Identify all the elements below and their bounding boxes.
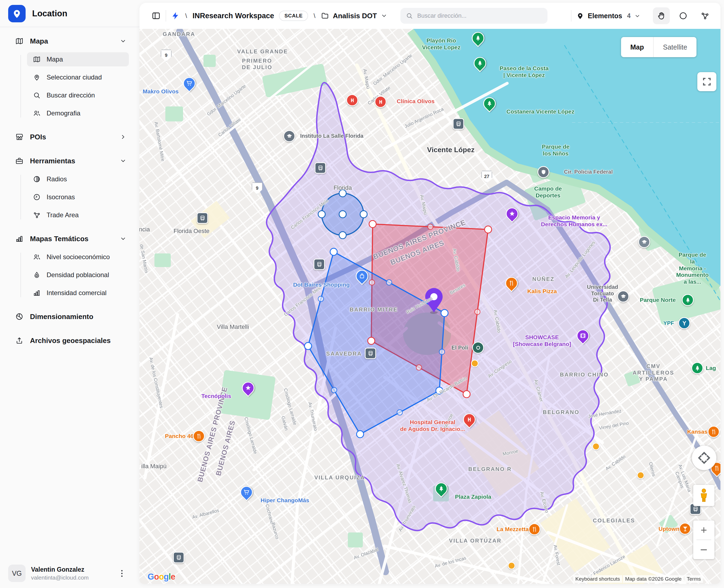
- poi-espacio-memoria[interactable]: [506, 207, 518, 223]
- poi-station-5[interactable]: [453, 118, 464, 130]
- sidebar-section-mapas-tematicos[interactable]: Mapas Temáticos: [15, 231, 139, 246]
- poi-instituto-la-salle[interactable]: [283, 130, 295, 142]
- address-search[interactable]: [400, 8, 547, 24]
- location-logo-icon: [8, 5, 26, 22]
- keyboard-shortcuts-link[interactable]: Keyboard shortcuts: [573, 575, 622, 583]
- poi-makro-olivos[interactable]: [183, 77, 196, 92]
- poi-clinica-1[interactable]: [346, 94, 358, 106]
- route-shield-9-1: 9: [252, 182, 263, 194]
- poi-hiper-changomas[interactable]: [240, 486, 253, 501]
- poi-kalis-pizza[interactable]: [505, 277, 518, 292]
- map-type-toggle[interactable]: Map Satellite: [621, 37, 697, 57]
- upload-icon: [15, 336, 23, 344]
- zoom-in-button[interactable]: +: [693, 521, 715, 540]
- sidebar-item-nivel-socioeconomico[interactable]: Nivel socioeconómico: [27, 250, 129, 264]
- workspace-name[interactable]: INResearch Workspace: [193, 12, 274, 20]
- fullscreen-button[interactable]: [697, 72, 716, 91]
- search-icon: [406, 12, 413, 19]
- poi-kansas[interactable]: [708, 426, 720, 438]
- poi-uptown[interactable]: [679, 523, 691, 534]
- map-canvas[interactable]: GANDARAVALLE GRANDEPRIMERO DE JULIOVicen…: [139, 29, 721, 584]
- toolbox-icon: [15, 157, 23, 165]
- terms-link[interactable]: Terms: [684, 575, 703, 583]
- map-icon: [33, 56, 41, 63]
- poi-policia-federal[interactable]: [538, 166, 549, 178]
- workspace-bolt-icon: [171, 12, 180, 20]
- drop-icon: [33, 271, 41, 279]
- polygon-tool-button[interactable]: [697, 7, 713, 24]
- poi-la-mezzetta[interactable]: [528, 523, 540, 535]
- poi-lago[interactable]: [691, 362, 703, 374]
- poi-playon-rio[interactable]: [472, 32, 484, 47]
- poi-clinica-2[interactable]: [375, 96, 386, 108]
- map-data-text: Map data ©2026 Google: [623, 575, 684, 583]
- topbar-divider-1: [166, 10, 166, 21]
- sidebar-toggle-icon[interactable]: [152, 11, 161, 20]
- user-name: Valentin Gonzalez: [31, 566, 89, 573]
- sidebar-item-trade-area[interactable]: Trade Area: [27, 208, 129, 222]
- poi-subte-2[interactable]: [592, 443, 600, 450]
- sidebar-item-densidad-poblacional[interactable]: Densidad poblacional: [27, 268, 129, 282]
- route-shield-9-0: 9: [161, 49, 172, 62]
- sidebar-section-dimensionamiento[interactable]: Dimensionamiento: [15, 309, 139, 324]
- search-input[interactable]: [417, 12, 542, 20]
- user-menu-icon[interactable]: [119, 568, 125, 579]
- sidebar-item-mapa[interactable]: Mapa: [27, 52, 129, 66]
- poi-subte-3[interactable]: [637, 471, 644, 479]
- elements-dropdown[interactable]: Elementos 4: [576, 12, 640, 20]
- search-icon: [33, 91, 41, 99]
- pan-tool-button[interactable]: [653, 7, 670, 24]
- poi-tecnopolis[interactable]: [242, 382, 255, 397]
- poi-subte-1[interactable]: [471, 360, 479, 367]
- sidebar-item-seleccionar-ciudad[interactable]: Seleccionar ciudad: [27, 70, 129, 84]
- poi-station-4[interactable]: [365, 348, 376, 359]
- sidebar-section-pois[interactable]: POIs: [15, 130, 139, 144]
- sidebar-section-mapa[interactable]: Mapa: [15, 34, 139, 48]
- poi-paseo-costa[interactable]: [474, 57, 486, 72]
- map-type-map[interactable]: Map: [621, 37, 653, 57]
- poi-costanera[interactable]: [483, 97, 496, 112]
- pie-icon: [15, 313, 23, 321]
- poi-ypf[interactable]: [678, 317, 690, 329]
- chevron-down-icon: [120, 158, 126, 164]
- avatar: VG: [8, 565, 26, 582]
- project-selector[interactable]: Analisis DOT: [321, 12, 387, 20]
- circle-tool-button[interactable]: [675, 7, 691, 24]
- poi-station-6[interactable]: [173, 552, 184, 563]
- sidebar-item-demografia[interactable]: Demografia: [27, 106, 129, 120]
- sidebar-item-buscar-direccion[interactable]: Buscar dirección: [27, 88, 129, 102]
- sidebar-section-archivos-geoespaciales[interactable]: Archivos geoespaciales: [15, 333, 139, 348]
- poi-memoria-univ[interactable]: [638, 236, 650, 248]
- sidebar-section-herramientas[interactable]: Herramientas: [15, 153, 139, 168]
- poi-parque-norte[interactable]: [682, 294, 694, 306]
- topbar: \ INResearch Workspace SCALE \ Analisis …: [139, 3, 721, 29]
- pegman-control[interactable]: [693, 485, 715, 506]
- chevron-down-icon: [120, 38, 126, 44]
- poi-plaza-zapiola[interactable]: [435, 482, 447, 498]
- user-email: valentinta@icloud.com: [31, 574, 89, 581]
- poi-station-3[interactable]: [314, 259, 325, 270]
- map-pin-icon: [576, 12, 584, 20]
- user-row[interactable]: VG Valentin Gonzalez valentinta@icloud.c…: [8, 565, 133, 582]
- poi-station-2[interactable]: [197, 212, 208, 224]
- map-type-satellite[interactable]: Satellite: [653, 37, 697, 57]
- zoom-control: + −: [693, 521, 715, 559]
- pan-control-button[interactable]: [692, 446, 716, 470]
- poi-universidad-di-tella[interactable]: [617, 291, 629, 302]
- poi-pancho46[interactable]: [193, 430, 205, 442]
- poi-subte-4[interactable]: [508, 562, 515, 569]
- sidebar-item-intensidad-comercial[interactable]: Intensidad comercial: [27, 286, 129, 300]
- poi-hospital[interactable]: [463, 413, 476, 428]
- brand: Location: [0, 0, 139, 27]
- sidebar-item-isocronas[interactable]: Isocronas: [27, 190, 129, 204]
- map-icon: [15, 37, 23, 45]
- sidebar: Location MapaMapaSeleccionar ciudadBusca…: [0, 0, 139, 588]
- elements-label: Elementos: [588, 12, 622, 20]
- poi-showcase[interactable]: [577, 329, 589, 344]
- zoom-out-button[interactable]: −: [693, 540, 715, 559]
- sidebar-item-radios[interactable]: Radios: [27, 172, 129, 186]
- poi-dot-baires[interactable]: [356, 270, 368, 285]
- poi-el-poli[interactable]: [472, 342, 484, 354]
- poi-station-1[interactable]: [315, 162, 326, 174]
- chevron-right-icon: [120, 134, 126, 140]
